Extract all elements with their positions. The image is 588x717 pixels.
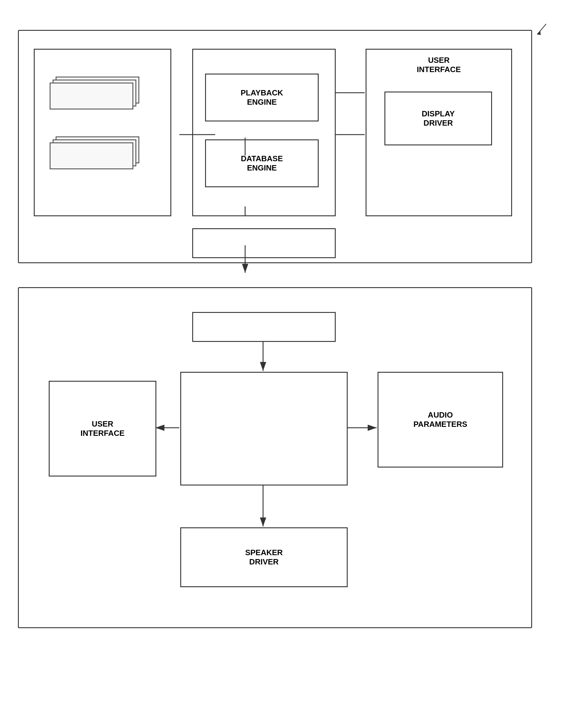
- controller-box: [180, 372, 348, 486]
- speaker-driver-box: SPEAKERDRIVER: [180, 527, 348, 587]
- accessory-ui-label: USERINTERFACE: [80, 419, 124, 438]
- metadata-file-stack: [50, 77, 145, 124]
- audio-parameters-box: AUDIOPARAMETERS: [378, 372, 503, 468]
- database-engine-label: DATABASEENGINE: [241, 154, 283, 172]
- ref-200-arrow: [534, 22, 552, 37]
- accessory-ui-box: USERINTERFACE: [49, 381, 156, 476]
- asset-file-stack: [50, 137, 145, 184]
- database-engine-box: DATABASEENGINE: [205, 139, 319, 187]
- accessory-outer-box: USERINTERFACE AUDIOPARAMETERS SPEAKERDRI…: [18, 287, 532, 628]
- pmd-ui-outer-box: USERINTERFACE DISPLAYDRIVER: [365, 49, 512, 216]
- playback-engine-box: PLAYBACKENGINE: [205, 74, 319, 121]
- pmd-outer-box: PLAYBACKENGINE DATABASEENGINE USERINTERF…: [18, 30, 532, 263]
- processor-outer-box: PLAYBACKENGINE DATABASEENGINE: [192, 49, 336, 216]
- asset-card-front: [50, 142, 133, 169]
- pmd-ui-label: USERINTERFACE: [417, 56, 461, 74]
- storage-device-box: [34, 49, 171, 216]
- speaker-driver-label: SPEAKERDRIVER: [245, 548, 283, 567]
- playback-engine-label: PLAYBACKENGINE: [240, 88, 283, 107]
- accessory-io-box: [192, 228, 336, 258]
- pmd-io-box: [192, 312, 336, 342]
- metadata-card-front: [50, 83, 133, 109]
- display-driver-label: DISPLAYDRIVER: [422, 109, 455, 128]
- svg-marker-1: [537, 31, 541, 35]
- audio-parameters-label: AUDIOPARAMETERS: [414, 410, 467, 429]
- display-driver-box: DISPLAYDRIVER: [384, 91, 492, 145]
